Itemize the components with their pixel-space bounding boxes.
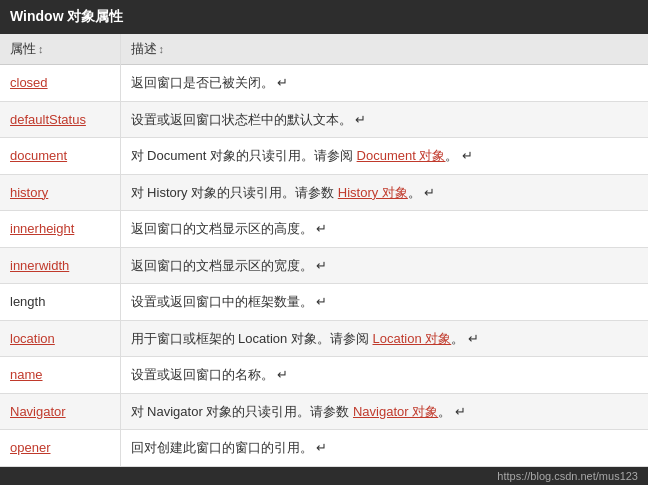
header-bar: Window 对象属性 <box>0 0 648 34</box>
property-link[interactable]: defaultStatus <box>10 112 86 127</box>
sort-icon-property[interactable]: ↕ <box>38 43 44 55</box>
table-row: history对 History 对象的只读引用。请参数 History 对象。… <box>0 174 648 211</box>
footer-bar: https://blog.csdn.net/mus123 <box>0 467 648 485</box>
description-cell: 对 Navigator 对象的只读引用。请参数 Navigator 对象。 ↵ <box>120 393 648 430</box>
header-title: Window 对象属性 <box>10 8 123 24</box>
property-cell: history <box>0 174 120 211</box>
description-inline-link[interactable]: History 对象 <box>338 185 408 200</box>
column-header-description: 描述↕ <box>120 34 648 65</box>
property-cell: location <box>0 320 120 357</box>
description-text: 返回窗口是否已被关闭。 ↵ <box>131 75 289 90</box>
property-text: length <box>10 294 45 309</box>
description-text: 返回窗口的文档显示区的高度。 ↵ <box>131 221 328 236</box>
description-cell: 设置或返回窗口中的框架数量。 ↵ <box>120 284 648 321</box>
table-row: length设置或返回窗口中的框架数量。 ↵ <box>0 284 648 321</box>
description-text: 返回窗口的文档显示区的宽度。 ↵ <box>131 258 328 273</box>
description-prefix: 对 Navigator 对象的只读引用。请参数 <box>131 404 353 419</box>
description-cell: 对 History 对象的只读引用。请参数 History 对象。 ↵ <box>120 174 648 211</box>
property-link[interactable]: document <box>10 148 67 163</box>
table-row: closed返回窗口是否已被关闭。 ↵ <box>0 65 648 102</box>
property-link[interactable]: name <box>10 367 43 382</box>
table-row: name设置或返回窗口的名称。 ↵ <box>0 357 648 394</box>
description-text: 回对创建此窗口的窗口的引用。 ↵ <box>131 440 328 455</box>
property-cell: defaultStatus <box>0 101 120 138</box>
property-link[interactable]: innerheight <box>10 221 74 236</box>
table-row: opener回对创建此窗口的窗口的引用。 ↵ <box>0 430 648 467</box>
property-cell: name <box>0 357 120 394</box>
description-cell: 设置或返回窗口的名称。 ↵ <box>120 357 648 394</box>
property-cell: opener <box>0 430 120 467</box>
property-cell: innerheight <box>0 211 120 248</box>
description-cell: 返回窗口的文档显示区的高度。 ↵ <box>120 211 648 248</box>
description-prefix: 对 Document 对象的只读引用。请参阅 <box>131 148 357 163</box>
description-prefix: 用于窗口或框架的 Location 对象。请参阅 <box>131 331 373 346</box>
description-suffix: 。 ↵ <box>408 185 436 200</box>
property-cell: length <box>0 284 120 321</box>
description-suffix: 。 ↵ <box>445 148 473 163</box>
sort-icon-description[interactable]: ↕ <box>159 43 165 55</box>
property-cell: innerwidth <box>0 247 120 284</box>
description-prefix: 对 History 对象的只读引用。请参数 <box>131 185 338 200</box>
properties-table: 属性↕ 描述↕ closed返回窗口是否已被关闭。 ↵defaultStatus… <box>0 34 648 467</box>
description-text: 设置或返回窗口的名称。 ↵ <box>131 367 289 382</box>
property-link[interactable]: location <box>10 331 55 346</box>
description-cell: 对 Document 对象的只读引用。请参阅 Document 对象。 ↵ <box>120 138 648 175</box>
property-link[interactable]: history <box>10 185 48 200</box>
description-cell: 返回窗口是否已被关闭。 ↵ <box>120 65 648 102</box>
description-cell: 用于窗口或框架的 Location 对象。请参阅 Location 对象。 ↵ <box>120 320 648 357</box>
property-link[interactable]: Navigator <box>10 404 66 419</box>
table-row: Navigator对 Navigator 对象的只读引用。请参数 Navigat… <box>0 393 648 430</box>
table-row: innerwidth返回窗口的文档显示区的宽度。 ↵ <box>0 247 648 284</box>
table-row: defaultStatus设置或返回窗口状态栏中的默认文本。 ↵ <box>0 101 648 138</box>
description-inline-link[interactable]: Location 对象 <box>373 331 452 346</box>
table-row: innerheight返回窗口的文档显示区的高度。 ↵ <box>0 211 648 248</box>
table-header-row: 属性↕ 描述↕ <box>0 34 648 65</box>
property-cell: closed <box>0 65 120 102</box>
description-inline-link[interactable]: Document 对象 <box>357 148 446 163</box>
property-cell: document <box>0 138 120 175</box>
description-cell: 设置或返回窗口状态栏中的默认文本。 ↵ <box>120 101 648 138</box>
column-header-property: 属性↕ <box>0 34 120 65</box>
footer-text: https://blog.csdn.net/mus123 <box>497 470 638 482</box>
description-inline-link[interactable]: Navigator 对象 <box>353 404 438 419</box>
property-cell: Navigator <box>0 393 120 430</box>
description-cell: 回对创建此窗口的窗口的引用。 ↵ <box>120 430 648 467</box>
description-text: 设置或返回窗口状态栏中的默认文本。 ↵ <box>131 112 367 127</box>
table-row: location用于窗口或框架的 Location 对象。请参阅 Locatio… <box>0 320 648 357</box>
property-link[interactable]: opener <box>10 440 50 455</box>
table-row: document对 Document 对象的只读引用。请参阅 Document … <box>0 138 648 175</box>
description-suffix: 。 ↵ <box>451 331 479 346</box>
description-cell: 返回窗口的文档显示区的宽度。 ↵ <box>120 247 648 284</box>
description-text: 设置或返回窗口中的框架数量。 ↵ <box>131 294 328 309</box>
property-link[interactable]: innerwidth <box>10 258 69 273</box>
description-suffix: 。 ↵ <box>438 404 466 419</box>
property-link[interactable]: closed <box>10 75 48 90</box>
